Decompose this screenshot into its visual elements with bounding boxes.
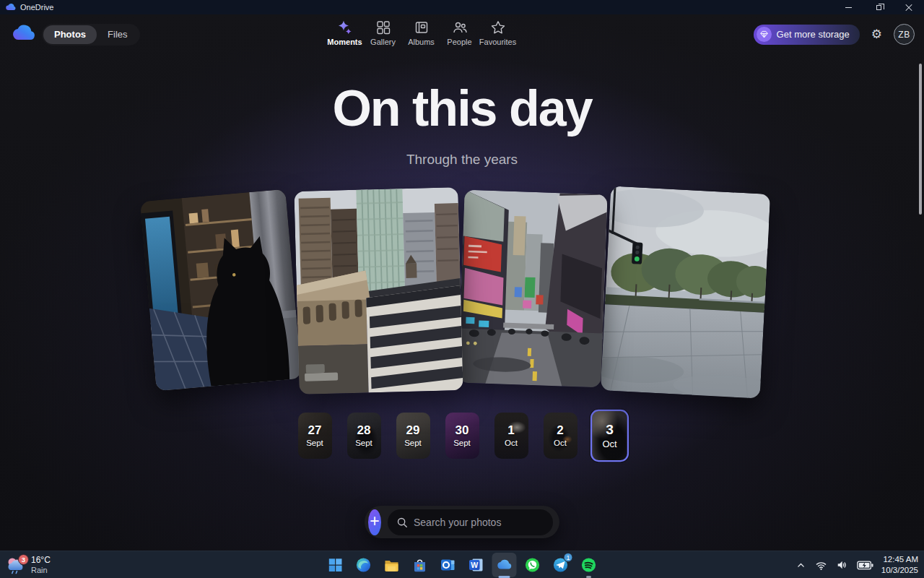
start-button[interactable] (326, 556, 345, 574)
get-more-storage-button[interactable]: Get more storage (754, 25, 860, 45)
chip-month: Oct (554, 439, 567, 447)
date-chip-29-sept[interactable]: 29 Sept (396, 413, 430, 459)
windows-start-icon (328, 557, 344, 573)
file-explorer-icon (383, 556, 401, 574)
settings-button[interactable]: ⚙ (871, 28, 882, 40)
whatsapp-icon (524, 556, 541, 574)
rooftop-photo-illustration (294, 187, 463, 394)
onedrive-photos-app: Photos Files Moments Gallery (0, 14, 924, 551)
chip-month: Sept (453, 439, 471, 447)
edge-taskbar-button[interactable] (354, 556, 373, 574)
storage-button-label: Get more storage (777, 29, 850, 40)
whatsapp-taskbar-button[interactable] (523, 556, 542, 574)
gem-circle (757, 27, 772, 42)
photo-card-city-rooftop-skyline[interactable] (294, 187, 463, 394)
window-title: OneDrive (20, 3, 53, 12)
tab-albums[interactable]: Albums (402, 20, 440, 46)
app-header: Photos Files Moments Gallery (0, 14, 924, 58)
photo-card-times-square-rainy[interactable] (458, 190, 607, 388)
toggle-files-button[interactable]: Files (97, 25, 138, 44)
notification-badge: 3 (18, 554, 29, 565)
chip-day: 3 (606, 423, 614, 438)
telegram-taskbar-button[interactable]: 1 (552, 556, 570, 574)
chip-month: Sept (355, 439, 372, 447)
battery-tray-button[interactable] (857, 560, 873, 570)
date-chip-3-oct-selected[interactable]: 3 Oct (590, 410, 628, 462)
microsoft-store-icon (411, 556, 429, 574)
add-photos-button[interactable]: + (368, 509, 381, 535)
file-explorer-taskbar-button[interactable] (383, 556, 401, 574)
telegram-unread-badge: 1 (564, 553, 573, 562)
tray-overflow-button[interactable] (796, 559, 807, 571)
system-tray: 12:45 AM 10/3/2025 (796, 551, 918, 578)
photos-files-toggle: Photos Files (42, 24, 140, 46)
spotify-taskbar-button[interactable] (580, 556, 598, 574)
tab-people[interactable]: People (440, 20, 479, 46)
chip-day: 2 (557, 424, 563, 438)
chip-month: Sept (306, 439, 323, 447)
tab-label: People (447, 38, 471, 46)
weather-text: 16°C Rain (31, 555, 51, 575)
date-chip-30-sept[interactable]: 30 Sept (445, 413, 479, 459)
header-right-controls: Get more storage ⚙ ZB (754, 24, 915, 45)
chip-month: Oct (602, 439, 616, 449)
window-titlebar: OneDrive (0, 0, 924, 14)
windows-taskbar: 3 16°C Rain (0, 551, 924, 578)
photo-card-black-cat-on-couch[interactable] (140, 189, 302, 392)
chip-day: 1 (507, 424, 514, 438)
sparkles-icon (337, 20, 353, 35)
taskbar-weather-widget[interactable]: 3 16°C Rain (6, 551, 51, 578)
date-chip-1-oct[interactable]: 1 Oct (494, 413, 528, 459)
page-title: On this day (0, 79, 924, 137)
tray-clock[interactable]: 12:45 AM 10/3/2025 (881, 554, 918, 576)
battery-charging-icon (857, 561, 873, 570)
speaker-icon (836, 559, 848, 571)
account-avatar[interactable]: ZB (894, 24, 915, 45)
cat-photo-illustration (140, 189, 302, 392)
tab-label: Moments (327, 38, 362, 46)
word-icon: W (468, 556, 485, 574)
microsoft-store-taskbar-button[interactable] (411, 556, 430, 574)
window-controls (833, 0, 924, 14)
chip-day: 29 (406, 424, 420, 438)
album-icon (414, 20, 430, 35)
minimize-button[interactable] (833, 0, 863, 14)
date-chip-27-sept[interactable]: 27 Sept (298, 413, 332, 459)
wifi-tray-button[interactable] (815, 558, 828, 571)
wifi-icon (815, 560, 827, 571)
word-taskbar-button[interactable]: W (467, 556, 486, 574)
waterfront-photo-illustration (601, 186, 771, 398)
chip-day: 28 (357, 424, 371, 438)
taskbar-app-icons: W 1 (326, 551, 598, 578)
spotify-icon (580, 556, 598, 574)
date-chip-28-sept[interactable]: 28 Sept (347, 413, 381, 459)
tray-time: 12:45 AM (881, 554, 918, 565)
onedrive-mini-cloud-icon (6, 4, 16, 11)
main-nav: Moments Gallery Albums (326, 20, 517, 46)
chevron-up-icon (796, 561, 806, 570)
onedrive-icon (496, 556, 513, 574)
search-field-container (388, 509, 553, 535)
outlook-taskbar-button[interactable] (439, 556, 458, 574)
restore-button[interactable] (863, 0, 894, 14)
volume-tray-button[interactable] (836, 558, 849, 571)
photo-card-rainy-waterfront-trees[interactable] (601, 186, 771, 398)
rain-weather-icon: 3 (6, 556, 25, 574)
chip-month: Sept (404, 439, 422, 447)
svg-text:W: W (471, 561, 478, 569)
close-button[interactable] (894, 0, 924, 14)
tab-moments[interactable]: Moments (326, 20, 364, 46)
tab-gallery[interactable]: Gallery (364, 20, 402, 46)
gear-icon: ⚙ (871, 27, 882, 41)
chip-day: 27 (308, 424, 322, 438)
toggle-photos-button[interactable]: Photos (43, 25, 97, 44)
tab-favourites[interactable]: Favourites (479, 20, 517, 46)
onedrive-taskbar-button[interactable] (495, 556, 514, 574)
times-square-photo-illustration (458, 190, 607, 388)
tab-label: Albums (408, 38, 435, 46)
search-input[interactable] (414, 517, 544, 528)
people-icon (452, 20, 468, 35)
date-chip-2-oct[interactable]: 2 Oct (544, 413, 578, 459)
edge-icon (355, 556, 372, 574)
vertical-scrollbar-thumb[interactable] (919, 64, 922, 215)
